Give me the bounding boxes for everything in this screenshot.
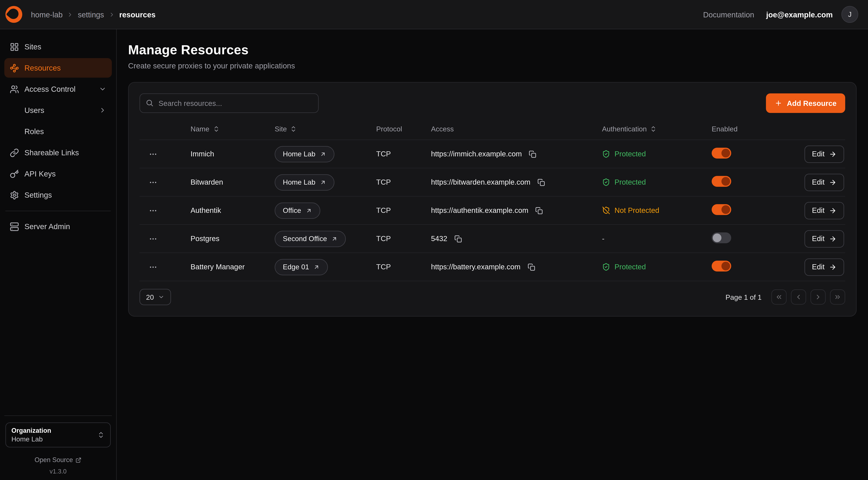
sort-icon[interactable]: [650, 125, 657, 132]
table-footer: 20 Page 1 of 1: [140, 289, 845, 305]
column-site: Site: [275, 125, 287, 133]
sidebar-item-access-control[interactable]: Access Control: [4, 79, 112, 99]
resource-name: Bitwarden: [190, 178, 275, 186]
chevron-left-icon: [795, 293, 802, 301]
resource-access: https://authentik.example.com: [431, 206, 528, 214]
site-name: Home Lab: [283, 178, 315, 186]
table-row: Battery Manager Edge 01 TCP https://batt…: [140, 253, 845, 281]
resource-protocol: TCP: [376, 178, 431, 186]
site-link-button[interactable]: Office: [275, 202, 320, 219]
sidebar-item-label: API Keys: [24, 170, 56, 178]
authentication-status: Protected: [602, 150, 712, 158]
row-actions-button[interactable]: [147, 261, 160, 273]
row-actions-button[interactable]: [147, 176, 160, 189]
edit-label: Edit: [812, 178, 825, 186]
edit-button[interactable]: Edit: [804, 174, 844, 191]
topbar: home-lab settings resources Documentatio…: [0, 0, 868, 29]
copy-icon: [454, 235, 462, 243]
user-email: joe@example.com: [766, 10, 833, 19]
enabled-toggle[interactable]: [712, 261, 731, 271]
resource-access: https://bitwarden.example.com: [431, 178, 530, 186]
next-page-button[interactable]: [810, 290, 826, 305]
sort-icon[interactable]: [213, 125, 220, 132]
breadcrumb-org[interactable]: home-lab: [31, 10, 63, 19]
edit-button[interactable]: Edit: [804, 202, 844, 219]
table-row: Immich Home Lab TCP https://immich.examp…: [140, 140, 845, 168]
site-link-button[interactable]: Edge 01: [275, 259, 328, 275]
enabled-toggle[interactable]: [712, 232, 731, 243]
chevrons-up-down-icon: [97, 431, 105, 439]
arrow-up-right-icon: [320, 151, 326, 157]
sidebar-item-settings[interactable]: Settings: [4, 185, 112, 205]
sidebar-item-roles[interactable]: Roles: [4, 122, 112, 141]
chevron-right-icon: [67, 11, 73, 18]
resource-name: Authentik: [190, 206, 275, 214]
copy-button[interactable]: [527, 149, 538, 159]
page-size-select[interactable]: 20: [140, 289, 171, 305]
arrow-up-right-icon: [331, 236, 338, 242]
chevrons-left-icon: [775, 293, 783, 301]
chevrons-right-icon: [834, 293, 841, 301]
sidebar-item-sites[interactable]: Sites: [4, 37, 112, 57]
sidebar-footer: Organization Home Lab Open Source v1.3.0: [4, 415, 112, 475]
row-actions-button[interactable]: [147, 232, 160, 245]
pangolin-logo-icon[interactable]: [5, 6, 22, 23]
previous-page-button[interactable]: [791, 290, 806, 305]
enabled-toggle[interactable]: [712, 148, 731, 158]
search-input[interactable]: [140, 93, 319, 113]
sidebar-item-server-admin[interactable]: Server Admin: [4, 217, 112, 236]
documentation-link[interactable]: Documentation: [703, 10, 754, 19]
edit-button[interactable]: Edit: [804, 230, 844, 247]
sidebar-divider: [5, 211, 111, 211]
site-name: Office: [283, 206, 301, 214]
copy-button[interactable]: [526, 262, 537, 272]
breadcrumb-settings[interactable]: settings: [78, 10, 104, 19]
enabled-toggle[interactable]: [712, 204, 731, 215]
edit-button[interactable]: Edit: [804, 258, 844, 276]
copy-button[interactable]: [536, 177, 547, 188]
sidebar-item-users[interactable]: Users: [4, 100, 112, 120]
authentication-label: -: [602, 235, 604, 243]
sidebar-item-label: Resources: [24, 63, 61, 72]
grid-icon: [10, 42, 19, 51]
row-actions-button[interactable]: [147, 204, 160, 217]
resource-protocol: TCP: [376, 150, 431, 158]
resource-name: Immich: [190, 150, 275, 158]
resource-name: Postgres: [190, 235, 275, 243]
page-subtitle: Create secure proxies to your private ap…: [128, 61, 857, 70]
plus-icon: [775, 99, 782, 107]
arrow-right-icon: [829, 235, 837, 243]
last-page-button[interactable]: [830, 290, 845, 305]
organization-label: Organization: [11, 427, 51, 434]
copy-button[interactable]: [453, 233, 464, 244]
sidebar-item-shareable-links[interactable]: Shareable Links: [4, 143, 112, 162]
chevron-down-icon: [99, 85, 106, 93]
authentication-label: Protected: [615, 150, 646, 158]
row-actions-button[interactable]: [147, 148, 160, 160]
main-content: Manage Resources Create secure proxies t…: [117, 29, 868, 480]
open-source-label: Open Source: [35, 456, 73, 464]
first-page-button[interactable]: [771, 290, 786, 305]
app-version: v1.3.0: [5, 468, 111, 475]
edit-button[interactable]: Edit: [804, 145, 844, 163]
arrow-up-right-icon: [320, 179, 326, 185]
copy-button[interactable]: [534, 205, 545, 216]
table-header: Name Site Protocol Access Authentication…: [140, 118, 845, 140]
user-avatar[interactable]: J: [841, 6, 858, 23]
sort-icon[interactable]: [290, 125, 297, 132]
breadcrumb-resources[interactable]: resources: [119, 10, 156, 19]
resource-access: https://battery.example.com: [431, 263, 520, 271]
sidebar-item-api-keys[interactable]: API Keys: [4, 164, 112, 183]
site-link-button[interactable]: Second Office: [275, 231, 346, 247]
open-source-link[interactable]: Open Source: [5, 456, 111, 464]
table-row: Bitwarden Home Lab TCP https://bitwarden…: [140, 168, 845, 197]
add-resource-button[interactable]: Add Resource: [766, 93, 845, 113]
site-link-button[interactable]: Home Lab: [275, 174, 334, 190]
column-name: Name: [190, 125, 209, 133]
users-icon: [10, 85, 19, 94]
arrow-right-icon: [829, 150, 837, 158]
sidebar-item-resources[interactable]: Resources: [4, 58, 112, 78]
site-link-button[interactable]: Home Lab: [275, 146, 334, 162]
organization-selector[interactable]: Organization Home Lab: [5, 422, 111, 447]
enabled-toggle[interactable]: [712, 176, 731, 187]
